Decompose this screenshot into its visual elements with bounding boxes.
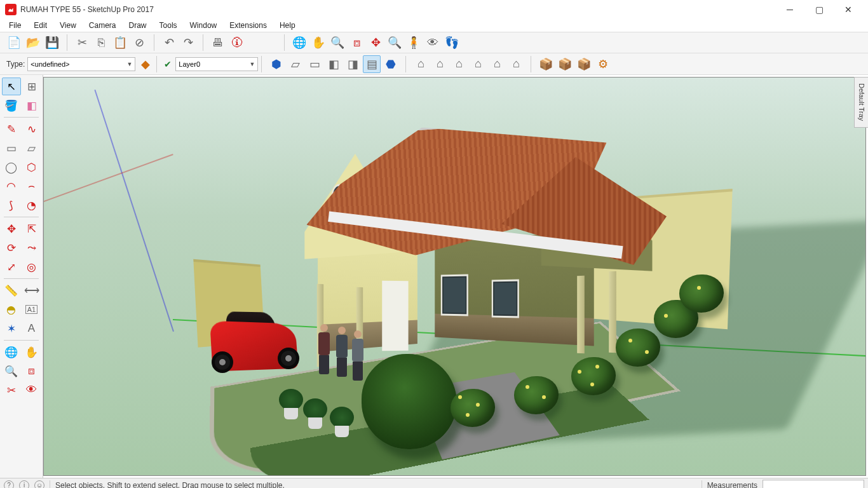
freehand-tool[interactable]: ∿ [22, 120, 41, 138]
viewport-wrap: Default Tray [43, 75, 868, 478]
style-mono-button[interactable]: ⌂ [507, 55, 525, 73]
bush-model [571, 357, 616, 395]
window-title: RUMAH TYPE 55 - SketchUp Pro 2017 [20, 5, 154, 14]
look-around-button[interactable]: 👁 [424, 34, 442, 51]
type-filter-button[interactable]: ◆ [138, 57, 153, 72]
close-button[interactable]: ✕ [834, 0, 863, 19]
protractor-tool[interactable]: ◓ [2, 301, 21, 318]
toolbar-row-1: 📄 📂 💾 ✂ ⎘ 📋 ⊘ ↶ ↷ 🖶 🛈 🌐 ✋ 🔍 ⧈ ✥ 🔍 🧍 👁 👣 [0, 32, 868, 53]
help-icon[interactable]: ? [4, 480, 14, 489]
view-top-button[interactable]: ▱ [287, 55, 304, 73]
style-wireframe-button[interactable]: ⌂ [431, 55, 449, 73]
circle-tool[interactable]: ◯ [2, 158, 21, 176]
potted-plant [330, 407, 354, 437]
user-icon[interactable]: ☺ [34, 480, 44, 489]
followme-tool[interactable]: ⤳ [22, 239, 41, 257]
style-shaded-button[interactable]: ⌂ [469, 55, 487, 73]
menu-edit[interactable]: Edit [27, 20, 53, 31]
cut-button[interactable]: ✂ [73, 34, 91, 51]
layer-combo[interactable]: Layer0 ▼ [175, 57, 258, 71]
polygon-tool[interactable]: ⬡ [22, 158, 41, 176]
style-xray-button[interactable]: ⌂ [412, 55, 430, 73]
menu-window[interactable]: Window [184, 20, 224, 31]
view-iso-button[interactable]: ⬢ [268, 55, 285, 73]
3point-arc-tool[interactable]: ⟆ [2, 196, 21, 214]
menu-extensions[interactable]: Extensions [223, 20, 273, 31]
offset-tool[interactable]: ◎ [22, 258, 41, 276]
previous-view-button[interactable]: 🔍 [386, 34, 403, 51]
default-tray-tab[interactable]: Default Tray [854, 77, 868, 128]
menubar: File Edit View Camera Draw Tools Window … [0, 19, 868, 32]
style-textured-button[interactable]: ⌂ [488, 55, 506, 73]
new-file-button[interactable]: 📄 [5, 34, 23, 51]
menu-file[interactable]: File [3, 20, 27, 31]
walk-button[interactable]: 👣 [443, 34, 461, 51]
measurements-input[interactable] [763, 480, 864, 489]
zoom-button[interactable]: 🔍 [329, 34, 346, 51]
undo-button[interactable]: ↶ [160, 34, 178, 51]
warehouse-get-button[interactable]: 📦 [537, 55, 555, 73]
menu-camera[interactable]: Camera [83, 20, 123, 31]
rectangle-tool[interactable]: ▭ [2, 139, 21, 157]
view-front-button[interactable]: ▭ [306, 55, 323, 73]
type-combo[interactable]: <undefined> ▼ [27, 57, 135, 71]
info-icon[interactable]: i [19, 480, 29, 489]
menu-tools[interactable]: Tools [153, 20, 184, 31]
section-plane-tool[interactable]: ✂ [2, 381, 21, 399]
orbit-tool[interactable]: 🌐 [2, 343, 21, 361]
zoom-window-button[interactable]: ⧈ [348, 34, 365, 51]
print-button[interactable]: 🖶 [209, 34, 227, 51]
model-info-button[interactable]: 🛈 [228, 34, 246, 51]
dimension-tool[interactable]: ⟷ [22, 281, 41, 299]
axes-tool[interactable]: ✶ [2, 320, 21, 337]
pan-tool[interactable]: ✋ [22, 343, 41, 361]
chevron-down-icon: ▼ [249, 61, 255, 67]
eraser-tool[interactable]: ◧ [22, 97, 41, 114]
zoom-extents-tool[interactable]: ⧈ [22, 362, 41, 380]
viewport[interactable] [43, 77, 866, 476]
copy-button[interactable]: ⎘ [92, 34, 110, 51]
zoom-tool[interactable]: 🔍 [2, 362, 21, 380]
pushpull-tool[interactable]: ⇱ [22, 220, 41, 238]
pie-tool[interactable]: ◔ [22, 196, 41, 214]
2point-arc-tool[interactable]: ⌢ [22, 177, 41, 195]
view-right-button[interactable]: ◧ [325, 55, 342, 73]
view-left-button[interactable]: ▤ [363, 55, 381, 73]
rotate-tool[interactable]: ⟳ [2, 239, 21, 257]
zoom-extents-button[interactable]: ✥ [367, 34, 384, 51]
position-camera-tool[interactable]: 👁 [22, 381, 41, 399]
position-camera-button[interactable]: 🧍 [405, 34, 423, 51]
view-back-button[interactable]: ◨ [344, 55, 362, 73]
open-file-button[interactable]: 📂 [24, 34, 42, 51]
tape-measure-tool[interactable]: 📏 [2, 281, 21, 299]
maximize-button[interactable]: ▢ [804, 0, 834, 19]
save-file-button[interactable]: 💾 [43, 34, 61, 51]
move-tool[interactable]: ✥ [2, 220, 21, 238]
3dtext-tool[interactable]: A [22, 320, 41, 337]
text-tool[interactable]: A1 [22, 301, 41, 318]
menu-view[interactable]: View [53, 20, 83, 31]
minimize-button[interactable]: ─ [775, 0, 804, 19]
style-hidden-button[interactable]: ⌂ [450, 55, 468, 73]
pan-button[interactable]: ✋ [309, 34, 327, 51]
select-tool[interactable]: ↖ [2, 78, 21, 95]
delete-button[interactable]: ⊘ [130, 34, 148, 51]
paste-button[interactable]: 📋 [111, 34, 129, 51]
menu-help[interactable]: Help [273, 20, 302, 31]
line-tool[interactable]: ✎ [2, 120, 21, 138]
person-model [351, 330, 365, 380]
main-area: ↖ ⊞ 🪣 ◧ ✎ ∿ ▭ ▱ ◯ ⬡ ◠ ⌢ ⟆ ◔ ✥ [0, 75, 868, 478]
make-component-tool[interactable]: ⊞ [22, 78, 41, 95]
rotated-rectangle-tool[interactable]: ▱ [22, 139, 41, 157]
arc-tool[interactable]: ◠ [2, 177, 21, 195]
paint-bucket-tool[interactable]: 🪣 [2, 97, 21, 114]
extension-warehouse-button[interactable]: 📦 [575, 55, 593, 73]
menu-draw[interactable]: Draw [123, 20, 153, 31]
extension-manager-button[interactable]: ⚙ [594, 55, 612, 73]
layer-check-icon: ✔ [164, 59, 172, 69]
scale-tool[interactable]: ⤢ [2, 258, 21, 276]
view-iso2-button[interactable]: ⬣ [382, 55, 400, 73]
orbit-button[interactable]: 🌐 [290, 34, 308, 51]
warehouse-share-button[interactable]: 📦 [556, 55, 574, 73]
redo-button[interactable]: ↷ [179, 34, 197, 51]
